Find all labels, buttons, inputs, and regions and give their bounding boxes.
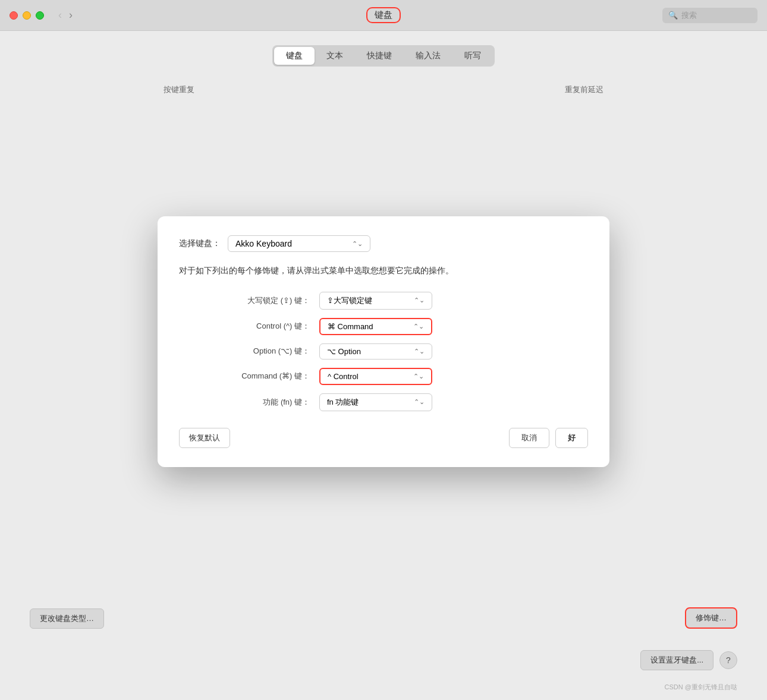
modifier-row-fn: 功能 (fn) 键： fn 功能键 ⌃⌄ <box>191 393 588 411</box>
capslock-value: ⇪大写锁定键 <box>327 295 372 306</box>
modal-overlay: 选择键盘： Akko Keyboard ⌃⌄ 对于如下列出的每个修饰键，请从弹出… <box>0 31 767 700</box>
option-value: ⌥ Option <box>327 347 361 356</box>
command-select[interactable]: ^ Control ⌃⌄ <box>319 368 432 385</box>
option-select[interactable]: ⌥ Option ⌃⌄ <box>319 343 432 360</box>
description-text: 对于如下列出的每个修饰键，请从弹出式菜单中选取您想要它完成的操作。 <box>179 264 588 277</box>
search-placeholder: 搜索 <box>681 10 697 21</box>
modifier-row-option: Option (⌥) 键： ⌥ Option ⌃⌄ <box>191 343 588 360</box>
control-arrow-icon: ⌃⌄ <box>413 323 424 330</box>
watermark: CSDN @重剑无锋且自哒 <box>665 683 737 692</box>
modal-dialog: 选择键盘： Akko Keyboard ⌃⌄ 对于如下列出的每个修饰键，请从弹出… <box>158 216 609 466</box>
traffic-lights <box>10 11 44 20</box>
search-icon: 🔍 <box>668 11 678 20</box>
keyboard-select-row: 选择键盘： Akko Keyboard ⌃⌄ <box>179 235 588 252</box>
capslock-label: 大写锁定 (⇪) 键： <box>191 295 310 306</box>
keyboard-select-label: 选择键盘： <box>179 238 221 249</box>
modal-buttons: 恢复默认 取消 好 <box>179 428 588 448</box>
control-value: ⌘ Command <box>328 322 373 331</box>
main-content: 键盘 文本 快捷键 输入法 听写 按键重复 重复前延迟 选择键盘： Akko K… <box>0 31 767 700</box>
cancel-button[interactable]: 取消 <box>509 428 549 448</box>
control-label: Control (^) 键： <box>191 321 310 332</box>
command-value: ^ Control <box>328 372 359 381</box>
search-bar[interactable]: 🔍 搜索 <box>662 8 757 23</box>
window-title: 键盘 <box>366 7 401 23</box>
titlebar: ‹ › 键盘 🔍 搜索 <box>0 0 767 31</box>
close-button[interactable] <box>10 11 18 20</box>
dropdown-arrow-icon: ⌃⌄ <box>352 240 363 248</box>
modifier-rows: 大写锁定 (⇪) 键： ⇪大写锁定键 ⌃⌄ Control (^) 键： ⌘ C… <box>191 292 588 411</box>
option-label: Option (⌥) 键： <box>191 346 310 357</box>
ok-button[interactable]: 好 <box>555 428 588 448</box>
modifier-row-control: Control (^) 键： ⌘ Command ⌃⌄ <box>191 318 588 335</box>
modifier-keys-button[interactable]: 修饰键… <box>685 607 737 629</box>
bottom-right-group: 设置蓝牙键盘... ? <box>640 650 737 670</box>
back-arrow[interactable]: ‹ <box>56 9 64 21</box>
minimize-button[interactable] <box>23 11 31 20</box>
change-keyboard-type-button[interactable]: 更改键盘类型… <box>30 608 104 629</box>
modifier-row-command: Command (⌘) 键： ^ Control ⌃⌄ <box>191 368 588 385</box>
maximize-button[interactable] <box>36 11 44 20</box>
fn-value: fn 功能键 <box>327 397 359 408</box>
fn-select[interactable]: fn 功能键 ⌃⌄ <box>319 393 432 411</box>
keyboard-dropdown[interactable]: Akko Keyboard ⌃⌄ <box>228 235 370 252</box>
control-select[interactable]: ⌘ Command ⌃⌄ <box>319 318 432 335</box>
restore-defaults-button[interactable]: 恢复默认 <box>179 428 230 448</box>
option-arrow-icon: ⌃⌄ <box>414 348 425 355</box>
nav-arrows: ‹ › <box>56 9 75 21</box>
keyboard-dropdown-value: Akko Keyboard <box>235 239 292 248</box>
help-button[interactable]: ? <box>719 651 737 669</box>
modifier-row-capslock: 大写锁定 (⇪) 键： ⇪大写锁定键 ⌃⌄ <box>191 292 588 310</box>
capslock-arrow-icon: ⌃⌄ <box>414 297 425 304</box>
forward-arrow[interactable]: › <box>67 9 75 21</box>
capslock-select[interactable]: ⇪大写锁定键 ⌃⌄ <box>319 292 432 310</box>
fn-arrow-icon: ⌃⌄ <box>414 398 425 406</box>
command-arrow-icon: ⌃⌄ <box>413 373 424 380</box>
fn-label: 功能 (fn) 键： <box>191 397 310 408</box>
command-label: Command (⌘) 键： <box>191 371 310 381</box>
bluetooth-keyboard-button[interactable]: 设置蓝牙键盘... <box>640 650 713 670</box>
